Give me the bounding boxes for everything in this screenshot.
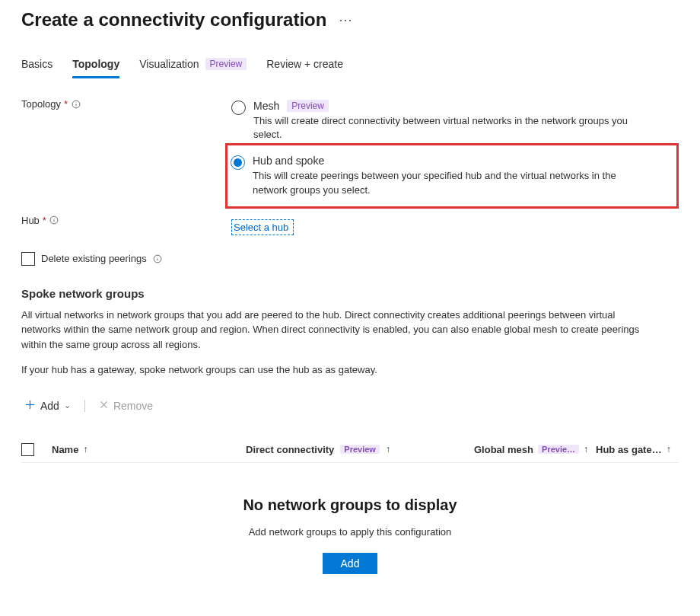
select-hub-link[interactable]: Select a hub	[231, 219, 294, 235]
column-global-mesh-label: Global mesh	[474, 444, 533, 455]
spoke-desc-2: If your hub has a gateway, spoke network…	[21, 362, 645, 378]
sort-arrow-icon: ↑	[386, 444, 390, 455]
column-direct-connectivity[interactable]: Direct connectivity Preview ↑	[246, 444, 474, 455]
column-name-label: Name	[52, 444, 78, 455]
preview-badge: Preview	[287, 100, 329, 112]
radio-mesh-desc: This will create direct connectivity bet…	[253, 114, 649, 142]
preview-badge: Preview	[205, 58, 247, 70]
sort-arrow-icon: ↑	[584, 444, 588, 455]
add-label: Add	[40, 400, 59, 412]
more-actions-icon[interactable]: ⋯	[339, 13, 353, 27]
svg-point-5	[54, 218, 55, 219]
empty-state-title: No network groups to display	[21, 496, 679, 514]
spoke-desc-1: All virtual networks in network groups t…	[21, 308, 645, 353]
info-icon[interactable]	[153, 254, 163, 263]
info-icon[interactable]	[49, 215, 59, 225]
column-global-mesh[interactable]: Global mesh Previe… ↑	[474, 444, 596, 455]
tab-basics[interactable]: Basics	[21, 56, 52, 76]
radio-hub-spoke-title: Hub and spoke	[253, 155, 324, 167]
column-name[interactable]: Name ↑	[52, 444, 246, 455]
radio-mesh[interactable]	[231, 101, 246, 115]
info-icon[interactable]	[71, 99, 81, 109]
delete-peerings-checkbox[interactable]	[21, 252, 35, 266]
add-button[interactable]: Add ⌄	[21, 396, 74, 416]
select-all-checkbox[interactable]	[21, 443, 34, 456]
sort-arrow-icon: ↑	[667, 444, 671, 455]
page-title: Create a connectivity configuration	[21, 9, 326, 30]
column-direct-connectivity-label: Direct connectivity	[246, 444, 334, 455]
column-hub-as-gateway[interactable]: Hub as gate… ↑	[596, 444, 679, 455]
sort-arrow-icon: ↑	[83, 444, 88, 455]
preview-badge: Previe…	[538, 445, 579, 454]
highlight-box: Hub and spoke This will create peerings …	[225, 143, 679, 208]
spoke-heading: Spoke network groups	[21, 287, 679, 300]
tabs: Basics Topology Visualization Preview Re…	[21, 56, 679, 78]
radio-hub-spoke-desc: This will create peerings between your s…	[253, 169, 648, 196]
remove-label: Remove	[113, 400, 153, 412]
tab-visualization[interactable]: Visualization Preview	[139, 56, 247, 76]
topology-label: Topology	[21, 98, 61, 110]
remove-button: Remove	[96, 397, 156, 415]
radio-mesh-title: Mesh	[253, 100, 279, 112]
empty-state-subtitle: Add network groups to apply this configu…	[21, 526, 679, 538]
tab-topology[interactable]: Topology	[72, 56, 119, 78]
table-header: Name ↑ Direct connectivity Preview ↑ Glo…	[21, 443, 679, 463]
hub-label: Hub	[21, 215, 40, 226]
tab-visualization-label: Visualization	[139, 58, 199, 70]
preview-badge: Preview	[340, 445, 380, 454]
column-hub-as-gateway-label: Hub as gate…	[596, 444, 662, 455]
plus-icon	[24, 399, 36, 413]
svg-point-8	[158, 257, 158, 257]
svg-point-2	[75, 102, 76, 103]
add-network-group-button[interactable]: Add	[323, 553, 378, 574]
delete-peerings-label: Delete existing peerings	[41, 253, 147, 264]
required-asterisk: *	[64, 98, 68, 110]
toolbar-separator	[84, 400, 85, 412]
chevron-down-icon: ⌄	[64, 401, 71, 410]
tab-review-create[interactable]: Review + create	[266, 56, 343, 76]
required-asterisk: *	[43, 215, 46, 226]
radio-hub-spoke[interactable]	[231, 155, 245, 170]
close-icon	[99, 400, 109, 412]
